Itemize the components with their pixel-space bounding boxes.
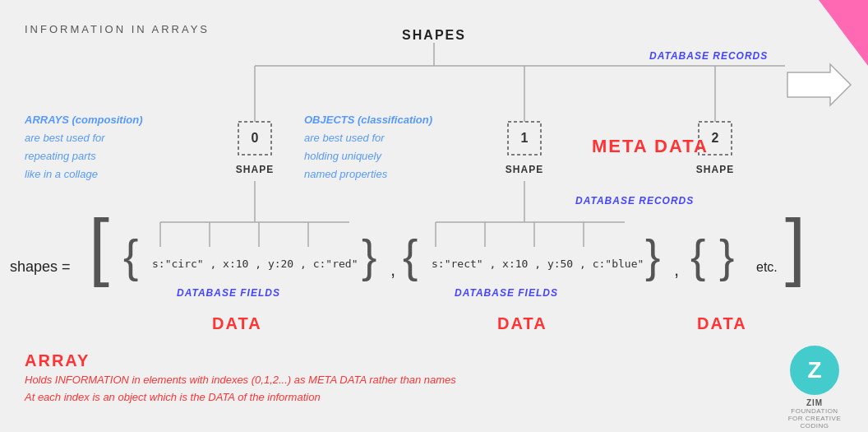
diagram-svg: SHAPES DATABASE RECORDS 0 SHAPE 1 SHAPE … [0,0,868,432]
code-block-2: s:"rect" , x:10 , y:50 , c:"blue" [432,258,644,270]
objects-line2: holding uniquely [304,147,432,165]
curly-right-2: } [645,230,660,281]
arrow-right [787,64,851,105]
meta-data-label: META DATA [592,136,709,156]
curly-right-3: } [719,230,734,281]
curly-left-2: { [403,230,418,281]
curly-left-1: { [123,230,138,281]
bottom-desc-1: Holds INFORMATION in elements with index… [25,374,456,386]
db-fields-1-label: DATABASE FIELDS [177,287,280,299]
arrays-line3: like in a collage [25,165,142,183]
curly-right-1: } [362,230,376,281]
bracket-right-outer: ] [785,205,806,287]
zim-tagline: FOR CREATIVE CODING [778,415,852,430]
objects-text-block: OBJECTS (classification) are best used f… [304,111,432,183]
zim-circle: Z [790,346,839,395]
comma-1: , [390,259,395,280]
data-label-1: DATA [212,314,262,332]
arrays-line2: repeating parts [25,147,142,165]
arrays-line1: are best used for [25,129,142,147]
shapes-eq-label: shapes = [10,258,71,275]
node-0-label: 0 [252,131,259,145]
array-label: ARRAY [25,351,90,369]
node-0-shape: SHAPE [236,164,274,175]
node-1-shape: SHAPE [506,164,543,175]
curly-left-3: { [690,230,705,281]
comma-2: , [674,259,679,280]
objects-line3: named properties [304,165,432,183]
data-label-3: DATA [697,314,747,332]
arrays-text-block: ARRAYS (composition) are best used for r… [25,111,142,183]
bracket-left-outer: [ [89,205,109,287]
etc-label: etc. [756,260,778,274]
node-2-label: 2 [712,131,719,145]
zim-subtitle: FOUNDATION [778,407,852,415]
db-records-lower-label: DATABASE RECORDS [575,195,694,207]
db-records-top-label: DATABASE RECORDS [649,50,768,62]
arrays-title: ARRAYS (composition) [25,111,142,129]
node-1-label: 1 [521,131,529,145]
node-2-shape: SHAPE [696,164,734,175]
page-container: INFORMATION IN ARRAYS SHAPES DATABASE RE… [0,0,868,432]
objects-title: OBJECTS (classification) [304,111,432,129]
zim-name: ZIM [778,398,852,407]
shapes-label: SHAPES [402,28,466,42]
bottom-desc-2: At each index is an object which is the … [24,391,321,403]
zim-logo: Z ZIM FOUNDATION FOR CREATIVE CODING [778,346,852,430]
zim-letter: Z [807,357,821,383]
code-block-1: s:"circ" , x:10 , y:20 , c:"red" [152,258,358,270]
objects-line1: are best used for [304,129,432,147]
db-fields-2-label: DATABASE FIELDS [455,287,558,299]
data-label-2: DATA [497,314,547,332]
